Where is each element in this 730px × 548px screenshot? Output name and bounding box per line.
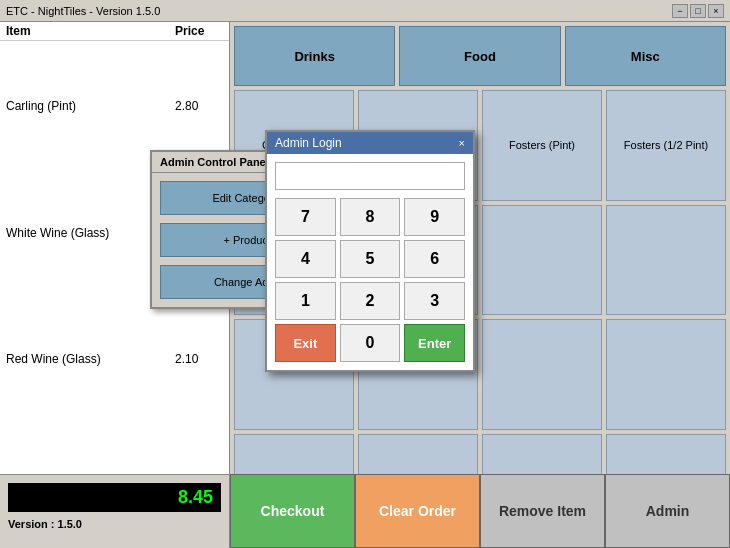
numpad-8-button[interactable]: 8 bbox=[340, 198, 401, 236]
title-bar-title: ETC - NightTiles - Version 1.5.0 bbox=[6, 5, 160, 17]
login-dialog-close-button[interactable]: × bbox=[459, 137, 465, 149]
action-buttons: Checkout Clear Order Remove Item Admin bbox=[230, 474, 730, 548]
numpad-0-button[interactable]: 0 bbox=[340, 324, 401, 362]
admin-button[interactable]: Admin bbox=[605, 474, 730, 548]
category-row: Drinks Food Misc bbox=[234, 26, 726, 86]
numpad: 789456123Exit0Enter bbox=[275, 198, 465, 362]
price-header: Price bbox=[169, 22, 229, 41]
exit-button[interactable]: Exit bbox=[275, 324, 336, 362]
table-row: Red Wine (Glass)2.10 bbox=[0, 296, 229, 422]
item-cell: Red Wine (Glass) bbox=[0, 296, 169, 422]
product-button bbox=[606, 205, 726, 316]
numpad-3-button[interactable]: 3 bbox=[404, 282, 465, 320]
total-display: 8.45 bbox=[8, 483, 221, 512]
numpad-5-button[interactable]: 5 bbox=[340, 240, 401, 278]
item-cell: Carling (Pint) bbox=[0, 41, 169, 171]
remove-item-button[interactable]: Remove Item bbox=[480, 474, 605, 548]
category-drinks[interactable]: Drinks bbox=[234, 26, 395, 86]
minimize-button[interactable]: − bbox=[672, 4, 688, 18]
numpad-9-button[interactable]: 9 bbox=[404, 198, 465, 236]
category-misc[interactable]: Misc bbox=[565, 26, 726, 86]
category-food[interactable]: Food bbox=[399, 26, 560, 86]
enter-button[interactable]: Enter bbox=[404, 324, 465, 362]
checkout-button[interactable]: Checkout bbox=[230, 474, 355, 548]
price-cell: 2.10 bbox=[169, 296, 229, 422]
title-bar-controls: − □ × bbox=[672, 4, 724, 18]
numpad-7-button[interactable]: 7 bbox=[275, 198, 336, 236]
login-dialog: Admin Login × 789456123Exit0Enter bbox=[265, 130, 475, 372]
product-button bbox=[482, 205, 602, 316]
product-button bbox=[606, 319, 726, 430]
numpad-6-button[interactable]: 6 bbox=[404, 240, 465, 278]
product-button[interactable]: Fosters (1/2 Pint) bbox=[606, 90, 726, 201]
numpad-1-button[interactable]: 1 bbox=[275, 282, 336, 320]
total-area: 8.45 Version : 1.5.0 bbox=[0, 474, 230, 548]
product-button bbox=[482, 319, 602, 430]
login-dialog-titlebar: Admin Login × bbox=[267, 132, 473, 154]
login-input[interactable] bbox=[275, 162, 465, 190]
login-dialog-title: Admin Login bbox=[275, 136, 342, 150]
numpad-2-button[interactable]: 2 bbox=[340, 282, 401, 320]
maximize-button[interactable]: □ bbox=[690, 4, 706, 18]
clear-order-button[interactable]: Clear Order bbox=[355, 474, 480, 548]
numpad-4-button[interactable]: 4 bbox=[275, 240, 336, 278]
bottom-bar: 8.45 Version : 1.5.0 Checkout Clear Orde… bbox=[0, 474, 730, 548]
close-button[interactable]: × bbox=[708, 4, 724, 18]
login-dialog-body: 789456123Exit0Enter bbox=[267, 154, 473, 370]
version-text: Version : 1.5.0 bbox=[0, 514, 229, 534]
title-bar: ETC - NightTiles - Version 1.5.0 − □ × bbox=[0, 0, 730, 22]
item-cell: White Wine (Glass) bbox=[0, 170, 169, 296]
item-header: Item bbox=[0, 22, 169, 41]
product-button[interactable]: Fosters (Pint) bbox=[482, 90, 602, 201]
